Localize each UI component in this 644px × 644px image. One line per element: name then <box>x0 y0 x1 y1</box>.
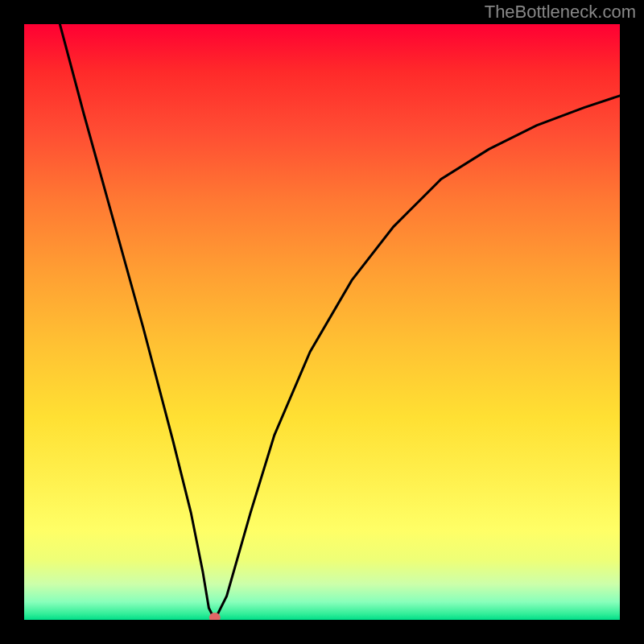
bottleneck-curve <box>60 24 620 620</box>
chart-container: TheBottleneck.com <box>0 0 644 644</box>
watermark-text: TheBottleneck.com <box>485 2 636 23</box>
plot-area <box>24 24 620 620</box>
curve-svg <box>24 24 620 620</box>
